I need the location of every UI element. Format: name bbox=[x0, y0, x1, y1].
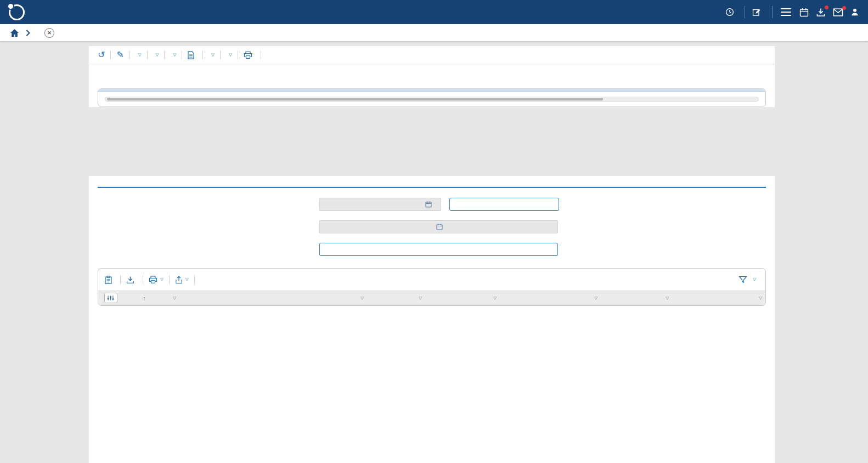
printer-icon bbox=[149, 276, 157, 283]
participants-panel bbox=[98, 88, 766, 107]
tab-bar bbox=[89, 74, 775, 88]
scrollbar-thumb[interactable] bbox=[107, 98, 603, 101]
divider bbox=[745, 6, 745, 18]
menu-dokumenty[interactable] bbox=[188, 51, 197, 59]
chevron-down-icon: ▽ bbox=[211, 53, 215, 57]
divider bbox=[772, 6, 773, 18]
table-header: ↑▽ ▽ ▽ ▽ ▽ ▽ ▽ bbox=[98, 291, 765, 305]
register-preliminary-bid-button[interactable] bbox=[105, 276, 115, 284]
export-icon bbox=[175, 276, 183, 284]
clock-icon bbox=[725, 8, 734, 16]
divider bbox=[261, 51, 261, 59]
column-menu-icon[interactable]: ▽ bbox=[594, 296, 598, 300]
record-toolbar: ↺ ✎ ▽ ▽ ▽ ▽ ▽ bbox=[89, 46, 775, 64]
notification-badge bbox=[825, 5, 828, 9]
divider bbox=[164, 51, 165, 59]
close-tab-icon[interactable]: ✕ bbox=[44, 28, 54, 38]
download-icon bbox=[816, 8, 826, 17]
downloads-button[interactable] bbox=[816, 8, 826, 17]
menu-komunikace[interactable]: ▽ bbox=[170, 53, 176, 57]
column-datum[interactable]: ▽ bbox=[425, 296, 500, 300]
record-card: ↺ ✎ ▽ ▽ ▽ ▽ ▽ bbox=[89, 46, 775, 107]
chevron-right-icon bbox=[26, 30, 30, 36]
divider bbox=[194, 275, 195, 284]
print-table-button[interactable]: ▽ bbox=[149, 276, 164, 283]
chevron-down-icon: ▽ bbox=[185, 277, 189, 282]
horizontal-scrollbar[interactable] bbox=[105, 97, 759, 102]
filter-all-dropdown[interactable]: ▽ bbox=[753, 277, 759, 282]
menu-ukony-zadavatele[interactable]: ▽ bbox=[153, 53, 159, 57]
printer-icon bbox=[244, 51, 252, 59]
preliminary-bids-card: ▽ ▽ ▽ ↑▽ ▽ ▽ ▽ ▽ bbox=[89, 176, 775, 463]
sort-asc-icon: ↑ bbox=[143, 295, 146, 302]
chevron-down-icon: ▽ bbox=[229, 53, 232, 57]
send-invitation-button[interactable] bbox=[319, 243, 558, 256]
chevron-down-icon: ▽ bbox=[160, 277, 164, 282]
calendar-icon[interactable] bbox=[436, 224, 443, 230]
column-listinna[interactable]: ▽ bbox=[672, 296, 765, 300]
mail-icon bbox=[833, 8, 843, 16]
divider bbox=[238, 51, 238, 59]
menu-uverejneni[interactable]: ▽ bbox=[136, 53, 142, 57]
divider bbox=[202, 51, 203, 59]
clipboard-icon bbox=[105, 276, 112, 284]
app-logo[interactable] bbox=[9, 4, 32, 20]
chevron-down-icon: ▽ bbox=[753, 277, 756, 282]
print-record-button[interactable] bbox=[244, 51, 255, 59]
column-po-lhute[interactable]: ▽ bbox=[601, 296, 672, 300]
calendar-icon[interactable] bbox=[799, 8, 809, 17]
divider bbox=[169, 275, 170, 284]
notification-badge bbox=[842, 6, 846, 10]
download-icon bbox=[126, 276, 134, 284]
nen-logo-icon bbox=[9, 4, 25, 20]
column-menu-icon[interactable]: ▽ bbox=[759, 296, 762, 300]
column-menu-icon[interactable]: ▽ bbox=[493, 296, 497, 300]
user-icon[interactable] bbox=[850, 8, 859, 16]
menu-sprava-vz[interactable]: ▽ bbox=[226, 53, 232, 57]
divider bbox=[143, 275, 143, 284]
history-icon[interactable]: ↺ bbox=[98, 51, 105, 59]
column-menu-icon[interactable]: ▽ bbox=[419, 296, 422, 300]
scrolled-row-edge bbox=[98, 89, 765, 92]
opening-field[interactable] bbox=[319, 220, 558, 233]
menu-nestandardni-stav[interactable]: ▽ bbox=[208, 53, 215, 57]
table-toolbar: ▽ ▽ ▽ bbox=[98, 269, 765, 291]
section-title bbox=[98, 176, 766, 188]
chevron-down-icon: ▽ bbox=[173, 53, 176, 57]
column-menu-icon[interactable]: ▽ bbox=[173, 296, 176, 300]
edit-icon bbox=[752, 8, 761, 16]
divider bbox=[110, 51, 111, 59]
export-button[interactable]: ▽ bbox=[175, 276, 189, 284]
column-stav[interactable]: ▽ bbox=[500, 296, 601, 300]
column-menu-icon[interactable]: ▽ bbox=[666, 296, 669, 300]
breadcrumb: ✕ bbox=[0, 24, 868, 41]
session-clock bbox=[725, 8, 737, 16]
column-settings-button[interactable] bbox=[104, 293, 117, 303]
download-preliminary-bids-button[interactable] bbox=[126, 276, 137, 284]
chevron-down-icon: ▽ bbox=[138, 53, 142, 57]
messages-button[interactable] bbox=[833, 8, 843, 16]
home-icon[interactable] bbox=[10, 29, 19, 37]
create-vz-button[interactable] bbox=[752, 8, 765, 16]
edit-record-icon[interactable]: ✎ bbox=[116, 51, 123, 59]
document-icon bbox=[188, 51, 194, 59]
compute-deadlines-button[interactable] bbox=[449, 198, 559, 211]
divider bbox=[120, 275, 121, 284]
column-menu-icon[interactable]: ▽ bbox=[360, 296, 364, 300]
deadline-field[interactable] bbox=[319, 198, 441, 211]
divider bbox=[147, 51, 148, 59]
divider bbox=[220, 51, 221, 59]
filter-icon[interactable] bbox=[739, 276, 747, 283]
app-header bbox=[0, 0, 868, 24]
menu-icon[interactable] bbox=[780, 5, 792, 19]
column-nazev[interactable]: ▽ bbox=[179, 296, 367, 300]
calendar-icon[interactable] bbox=[425, 201, 432, 208]
divider bbox=[182, 51, 182, 59]
preliminary-bids-panel: ▽ ▽ ▽ ↑▽ ▽ ▽ ▽ ▽ bbox=[98, 268, 766, 306]
column-ico[interactable]: ▽ bbox=[367, 296, 425, 300]
column-cislo[interactable]: ↑▽ bbox=[136, 294, 179, 302]
divider bbox=[129, 51, 130, 59]
chevron-down-icon: ▽ bbox=[156, 53, 159, 57]
